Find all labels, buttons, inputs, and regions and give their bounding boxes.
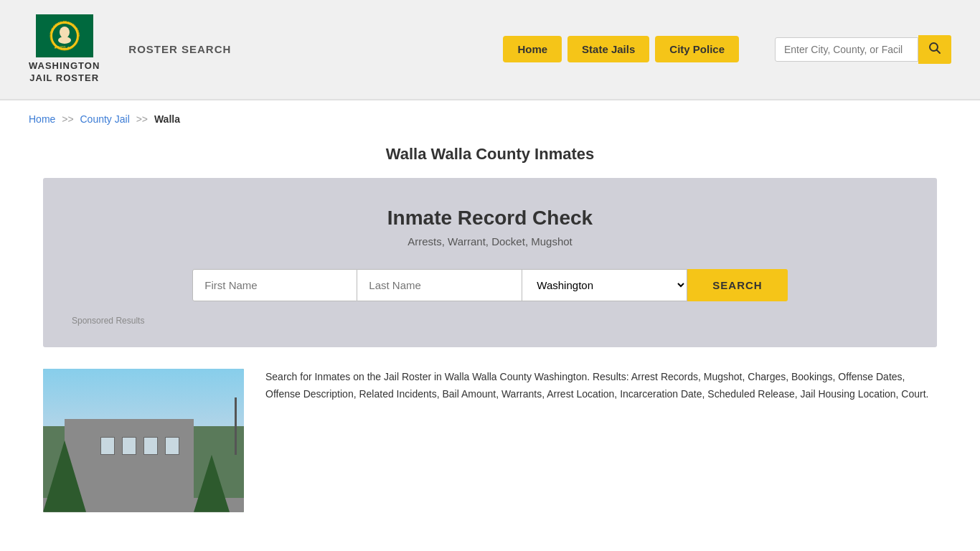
- svg-point-3: [60, 27, 70, 38]
- first-name-input[interactable]: [192, 269, 357, 301]
- window-3: [143, 437, 158, 455]
- record-check-title: Inmate Record Check: [65, 207, 915, 230]
- header: THE STATE OF WASHINGTON ★ 1889 ★ WASHING…: [0, 0, 980, 99]
- page-title: Walla Walla County Inmates: [0, 138, 980, 178]
- city-police-nav-button[interactable]: City Police: [655, 36, 739, 62]
- svg-line-8: [937, 50, 941, 53]
- breadcrumb-home-link[interactable]: Home: [29, 113, 55, 125]
- bottom-section: Search for Inmates on the Jail Roster in…: [0, 347, 980, 534]
- nav-area: Home State Jails City Police: [503, 36, 739, 62]
- header-search-input[interactable]: [775, 37, 918, 62]
- window-1: [100, 437, 115, 455]
- logo-flag-icon: THE STATE OF WASHINGTON ★ 1889 ★: [36, 14, 93, 57]
- svg-text:★ 1889 ★: ★ 1889 ★: [54, 45, 70, 50]
- breadcrumb-sep-1: >>: [62, 113, 73, 125]
- state-jails-nav-button[interactable]: State Jails: [567, 36, 649, 62]
- record-check-box: Inmate Record Check Arrests, Warrant, Do…: [43, 178, 937, 347]
- tree-right: [194, 455, 230, 512]
- logo-title: WASHINGTON JAIL ROSTER: [29, 60, 100, 85]
- svg-point-4: [58, 37, 71, 44]
- state-select[interactable]: AlabamaAlaskaArizonaArkansasCaliforniaCo…: [522, 269, 687, 301]
- breadcrumb-county-jail-link[interactable]: County Jail: [80, 113, 130, 125]
- inmate-search-button[interactable]: SEARCH: [687, 269, 787, 301]
- logo-link[interactable]: THE STATE OF WASHINGTON ★ 1889 ★ WASHING…: [29, 14, 100, 85]
- last-name-input[interactable]: [357, 269, 522, 301]
- sponsored-label: Sponsored Results: [65, 316, 915, 326]
- header-search-button[interactable]: [918, 35, 951, 64]
- header-search-bar: [775, 35, 951, 64]
- building-windows: [100, 437, 179, 455]
- power-line: [235, 397, 237, 455]
- inmate-search-form: AlabamaAlaskaArizonaArkansasCaliforniaCo…: [65, 269, 915, 301]
- building-structure: [65, 419, 194, 498]
- record-check-subtitle: Arrests, Warrant, Docket, Mugshot: [65, 235, 915, 248]
- breadcrumb: Home >> County Jail >> Walla: [0, 100, 980, 138]
- building-image: [43, 369, 244, 512]
- roster-search-label: ROSTER SEARCH: [128, 43, 231, 55]
- window-2: [122, 437, 136, 455]
- home-nav-button[interactable]: Home: [503, 36, 562, 62]
- window-4: [165, 437, 179, 455]
- breadcrumb-current: Walla: [154, 113, 180, 125]
- description-text: Search for Inmates on the Jail Roster in…: [265, 369, 937, 403]
- breadcrumb-sep-2: >>: [136, 113, 148, 125]
- search-icon: [928, 42, 941, 55]
